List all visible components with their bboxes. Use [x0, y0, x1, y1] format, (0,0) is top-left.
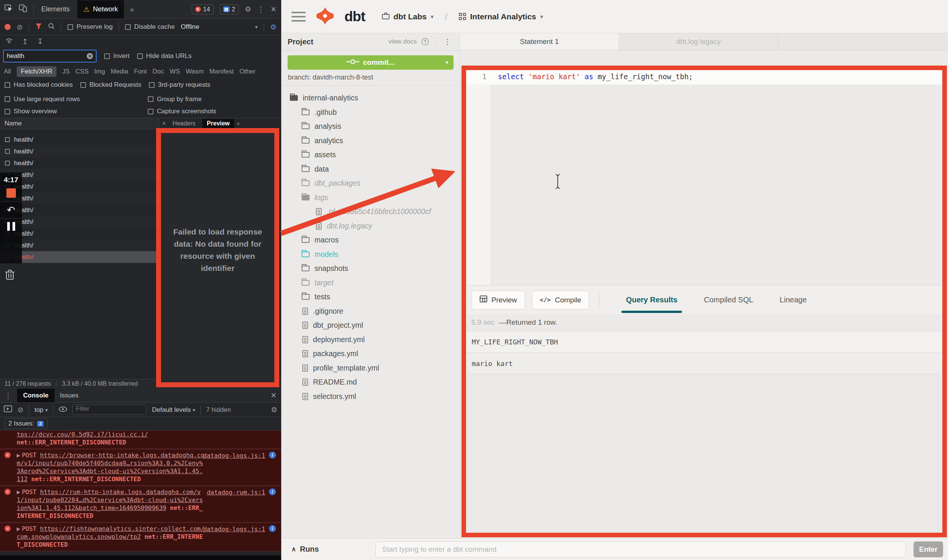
tree-item-folder[interactable]: analytics: [282, 134, 460, 148]
view-docs-link[interactable]: view docs: [388, 38, 417, 45]
issues-chip[interactable]: 2 Issues: 2: [5, 418, 47, 429]
source-link[interactable]: datadog-rum.js:1: [207, 488, 265, 496]
tab-console[interactable]: Console: [17, 389, 55, 402]
tree-item-folder[interactable]: assets: [282, 148, 460, 162]
request-row-selected[interactable]: health/: [0, 251, 159, 263]
clear-console-icon[interactable]: ⊘: [17, 406, 23, 413]
issue-count-badge[interactable]: ▤ 2: [220, 5, 239, 14]
device-toolbar-icon[interactable]: [19, 5, 27, 14]
type-filter-all[interactable]: All: [4, 68, 11, 75]
clear-filter-icon[interactable]: ✕: [87, 53, 93, 59]
chevron-down-icon[interactable]: ▾: [446, 59, 448, 65]
expand-caret-icon[interactable]: ▶: [17, 452, 20, 459]
console-error[interactable]: ✕ ▶POST https://fishtownanalytics.sinter…: [0, 522, 281, 551]
kebab-menu-icon[interactable]: ⋮: [257, 6, 264, 13]
request-row[interactable]: health/: [0, 228, 159, 239]
request-row[interactable]: health/: [0, 145, 159, 157]
console-filter-box[interactable]: [72, 405, 147, 415]
stop-recording-button[interactable]: [6, 188, 16, 198]
kebab-menu-icon[interactable]: ⋮: [5, 392, 12, 399]
tree-item-folder-models[interactable]: models: [282, 247, 460, 262]
request-row[interactable]: health/: [0, 204, 159, 216]
tab-network[interactable]: ⚠ Network: [77, 0, 124, 19]
source-link[interactable]: datadog-logs.js:1: [203, 452, 265, 460]
delete-recording-icon[interactable]: [5, 269, 15, 282]
tab-compiled-sql[interactable]: Compiled SQL: [703, 293, 754, 307]
pause-recording-button[interactable]: [7, 222, 15, 231]
tree-item-folder[interactable]: macros: [282, 233, 460, 247]
tree-item-folder[interactable]: tests: [282, 290, 460, 304]
request-row[interactable]: health/: [0, 239, 159, 251]
commit-button[interactable]: commit... ▾: [288, 55, 454, 70]
type-filter-doc[interactable]: Doc: [153, 68, 164, 75]
has-blocked-cookies-checkbox[interactable]: Has blocked cookies: [5, 81, 73, 89]
close-drawer-icon[interactable]: ✕: [271, 392, 277, 399]
network-filter-input[interactable]: [7, 52, 75, 60]
kebab-menu-icon[interactable]: ⋮: [441, 37, 454, 46]
close-devtools-icon[interactable]: ✕: [271, 6, 277, 13]
eye-icon[interactable]: [59, 406, 67, 414]
type-filter-js[interactable]: JS: [62, 68, 70, 75]
help-icon[interactable]: ?: [421, 38, 429, 45]
settings-gear-icon[interactable]: ⚙: [245, 6, 251, 13]
tab-statement-1[interactable]: Statement 1: [460, 33, 619, 50]
dbt-command-input[interactable]: [375, 541, 906, 557]
use-large-request-rows-checkbox[interactable]: Use large request rows: [5, 95, 148, 103]
tree-item-file[interactable]: packages.yml: [282, 347, 460, 361]
inspect-element-icon[interactable]: [5, 5, 13, 14]
restart-recording-icon[interactable]: ↶: [7, 205, 15, 215]
tab-dbt-log-legacy[interactable]: dbt.log.legacy: [619, 33, 778, 50]
record-icon[interactable]: [5, 24, 11, 30]
tab-headers[interactable]: Headers: [168, 119, 200, 128]
tree-item-file[interactable]: dbt.log.legacy: [282, 219, 460, 233]
sql-code-line[interactable]: select 'mario kart' as my_life_right_now…: [498, 72, 693, 81]
request-row[interactable]: health/: [0, 192, 159, 204]
request-row[interactable]: health/: [0, 134, 159, 145]
error-count-badge[interactable]: ✕ 14: [192, 5, 214, 14]
more-tabs-icon[interactable]: »: [130, 6, 134, 13]
tab-issues[interactable]: Issues: [60, 392, 78, 399]
enter-button[interactable]: Enter: [914, 541, 943, 557]
console-settings-gear-icon[interactable]: ⚙: [271, 406, 277, 413]
expand-caret-icon[interactable]: ▶: [17, 525, 20, 532]
type-filter-media[interactable]: Media: [111, 68, 128, 75]
name-column-header[interactable]: Name: [0, 118, 159, 129]
request-row[interactable]: health/: [0, 216, 159, 228]
tree-item-folder[interactable]: internal-analytics: [282, 91, 460, 105]
console-error[interactable]: ✕ ▶POST https://rum-http-intake.logs.dat…: [0, 486, 281, 522]
type-filter-manifest[interactable]: Manifest: [210, 68, 234, 75]
tree-item-file[interactable]: profile_template.yml: [282, 361, 460, 375]
request-row[interactable]: health/: [0, 169, 159, 181]
preview-button[interactable]: Preview: [472, 291, 525, 310]
show-overview-checkbox[interactable]: Show overview: [5, 108, 148, 115]
context-select[interactable]: top ▾: [34, 406, 48, 414]
tab-preview[interactable]: Preview: [202, 119, 234, 128]
capture-screenshots-checkbox[interactable]: Capture screenshots: [148, 108, 277, 115]
console-error[interactable]: tps://dcvc.cou/0.5d92.i7/licui.cc.i/ net…: [0, 430, 281, 449]
tree-item-file[interactable]: selectors.yml: [282, 389, 460, 404]
tree-item-folder[interactable]: snapshots: [282, 261, 460, 276]
filter-funnel-icon[interactable]: [35, 23, 42, 31]
project-switcher[interactable]: Internal Analytics ▾: [459, 12, 543, 21]
invert-checkbox[interactable]: Invert: [104, 52, 130, 60]
import-har-icon[interactable]: ↥: [22, 38, 28, 45]
type-filter-ws[interactable]: WS: [170, 68, 180, 75]
tree-item-folder[interactable]: data: [282, 162, 460, 177]
info-globe-icon[interactable]: i: [269, 488, 276, 495]
console-filter-input[interactable]: [76, 405, 143, 412]
network-settings-gear-icon[interactable]: ⚙: [270, 23, 277, 31]
compile-button[interactable]: </> Compile: [532, 291, 590, 310]
source-link[interactable]: datadog-logs.js:1: [203, 525, 265, 533]
hide-data-urls-checkbox[interactable]: Hide data URLs: [137, 52, 192, 60]
type-filter-other[interactable]: Other: [239, 68, 256, 75]
hamburger-menu-icon[interactable]: [291, 12, 306, 22]
request-row[interactable]: health/: [0, 157, 159, 169]
preserve-log-checkbox[interactable]: Preserve log: [67, 23, 113, 31]
tab-lineage[interactable]: Lineage: [779, 293, 807, 307]
close-detail-icon[interactable]: ×: [162, 120, 166, 127]
account-switcher[interactable]: dbt Labs ▾: [382, 12, 434, 21]
type-filter-fetch-xhr[interactable]: Fetch/XHR: [17, 66, 56, 77]
tree-item-folder[interactable]: .github: [282, 105, 460, 120]
type-filter-wasm[interactable]: Wasm: [186, 68, 204, 75]
group-by-frame-checkbox[interactable]: Group by frame: [148, 95, 277, 103]
